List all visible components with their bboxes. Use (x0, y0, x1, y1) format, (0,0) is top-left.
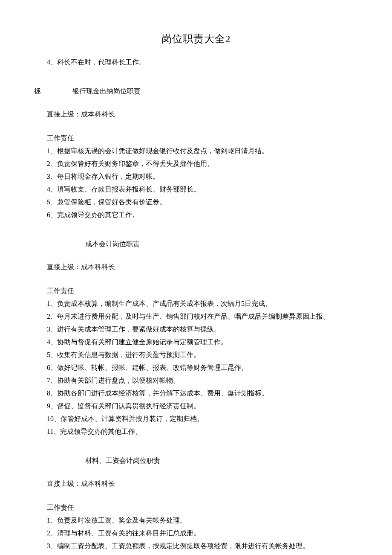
list-item: 5、收集有关信息与数据，进行有关盈亏预测工作。 (47, 349, 358, 361)
section-1-heading-row: 拯 银行现金出纳岗位职责 (34, 85, 358, 97)
list-item: 4、填写收支、存款日报表并报科长、财务部部长。 (47, 183, 358, 195)
list-item: 1、负责成本核算，编制生产成本、产成品有关成本报表，次蝠月5日完成。 (47, 298, 358, 310)
list-item: 2、负责保管好有关财务印鉴章，不得丢失及挪作他用。 (47, 158, 358, 170)
list-item: 3、每日将现金存入银行，定期对帐。 (47, 171, 358, 183)
section-2-heading: 成本会计岗位职责 (85, 238, 358, 250)
list-item: 6、完成领导交办的其它工作。 (47, 209, 358, 221)
list-item: 11、完成领导交办的其他工作。 (47, 426, 358, 438)
list-item: 8、协助各部门进行成本经济核算，并分解下达成本、费用、爆计划指标。 (47, 387, 358, 399)
section-2-supervisor: 直接上级：成本科科长 (47, 261, 358, 273)
document-body: 4、科长不在时，代理科长工作。 拯 银行现金出纳岗位职责 直接上级：成本科科长 … (34, 56, 358, 552)
section-3-resp-label: 工作责任 (47, 502, 358, 514)
list-item: 1、负责及时发放工资、奖金及有关帐务处理。 (47, 514, 358, 526)
intro-item: 4、科长不在时，代理科长工作。 (47, 56, 358, 68)
list-item: 7、协助有关部门进行盘点，以便核对帐物。 (47, 375, 358, 386)
list-item: 9、督促、监督有关部门认真贯彻执行经济责任制。 (47, 400, 358, 412)
section-1-heading: 银行现金出纳岗位职责 (72, 85, 358, 97)
list-item: 6、做好记帐、转帐、报帐、建帐、报表、改错等财务管理工昆作。 (47, 362, 358, 374)
section-3-heading: 材料、工资会计岗位职责 (85, 455, 358, 467)
section-3-supervisor: 直接上级：成本科科长 (47, 478, 358, 490)
section-1-supervisor: 直接上级：成本科科长 (47, 108, 358, 120)
list-item: 3、进行有关成本管理工作，要紧做好成本的核算与操纵。 (47, 323, 358, 335)
section-1-marker: 拯 (34, 85, 41, 97)
list-item: 4、协助与督促有关部门建立健全原始记录与定额管理工作。 (47, 336, 358, 348)
list-item: 5、兼管保险柜，保管好各类有价证券。 (47, 196, 358, 208)
list-item: 2、每月末进行费用分配，及时与生产、销售部门核对在产品、唱产成品并编制差异原因上… (47, 311, 358, 323)
list-item: 2、清理与材料、工资有关的往来科目并汇总成册。 (47, 527, 358, 539)
section-2-resp-label: 工作责任 (47, 285, 358, 297)
list-item: 1、根据审核无误的会计凭证做好现金银行收付及盘点，做到岖日清月结。 (47, 145, 358, 157)
list-item: 3、编制工资分配表、工资总额表，按规定比例提取各项经费，限并进行有关帐务处理。 (47, 540, 358, 552)
list-item: 10、保管好成本、计算资料并按月装订，定期归档。 (47, 413, 358, 425)
document-title: 岗位职责大全2 (34, 30, 358, 48)
section-1-resp-label: 工作责任 (47, 132, 358, 144)
